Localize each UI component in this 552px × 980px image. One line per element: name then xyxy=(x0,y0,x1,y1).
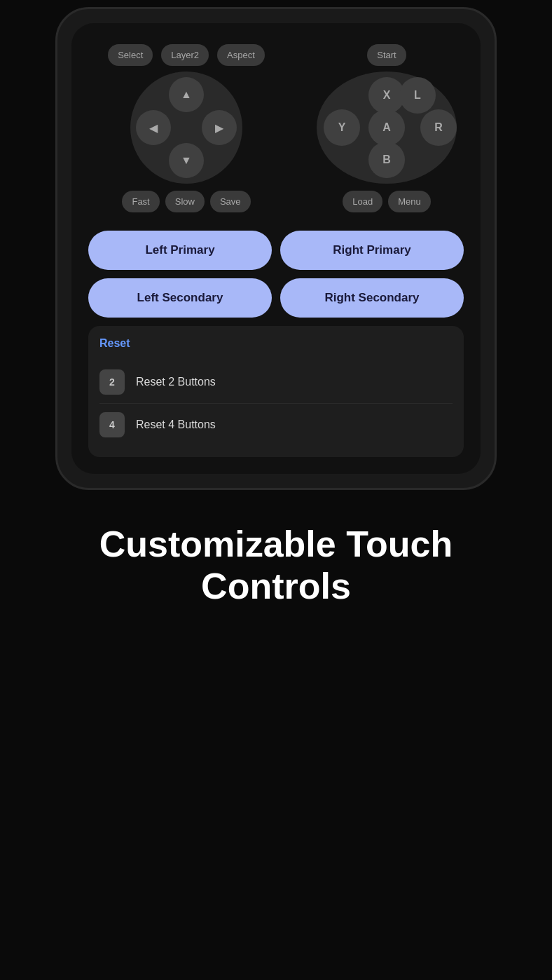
reset-4-item[interactable]: 4 Reset 4 Buttons xyxy=(99,404,453,446)
phone-inner: Select Layer2 Aspect ▲ ▼ ◀ ▶ Fast Slow xyxy=(71,23,481,474)
reset-panel: Reset 2 Reset 2 Buttons 4 Reset 4 Button… xyxy=(88,326,464,457)
reset-title: Reset xyxy=(99,337,453,350)
dpad-container: ▲ ▼ ◀ ▶ xyxy=(130,72,242,184)
reset-2-item[interactable]: 2 Reset 2 Buttons xyxy=(99,361,453,404)
right-secondary-button[interactable]: Right Secondary xyxy=(280,278,464,318)
bottom-buttons-right: Load Menu xyxy=(343,191,430,212)
assignment-buttons: Left Primary Right Primary Left Secondar… xyxy=(83,219,469,326)
b-button[interactable]: B xyxy=(368,142,405,178)
dpad-up-button[interactable]: ▲ xyxy=(169,77,204,112)
fast-button[interactable]: Fast xyxy=(122,191,159,212)
top-buttons-left: Select Layer2 Aspect xyxy=(108,44,265,66)
left-secondary-button[interactable]: Left Secondary xyxy=(88,278,272,318)
reset-4-icon: 4 xyxy=(99,412,125,437)
select-button[interactable]: Select xyxy=(108,44,153,66)
reset-2-label: Reset 2 Buttons xyxy=(136,376,216,388)
a-button[interactable]: A xyxy=(368,109,405,146)
phone-frame: Select Layer2 Aspect ▲ ▼ ◀ ▶ Fast Slow xyxy=(55,7,497,490)
top-buttons-right: Start xyxy=(367,44,406,66)
reset-4-label: Reset 4 Buttons xyxy=(136,418,216,431)
left-primary-button[interactable]: Left Primary xyxy=(88,231,272,270)
controller-area: Select Layer2 Aspect ▲ ▼ ◀ ▶ Fast Slow xyxy=(83,37,469,219)
right-primary-button[interactable]: Right Primary xyxy=(280,231,464,270)
load-button[interactable]: Load xyxy=(343,191,382,212)
slow-button[interactable]: Slow xyxy=(165,191,205,212)
heading-section: Customizable Touch Controls xyxy=(0,490,552,636)
layer2-button[interactable]: Layer2 xyxy=(161,44,209,66)
left-side: Select Layer2 Aspect ▲ ▼ ◀ ▶ Fast Slow xyxy=(88,44,284,212)
l-button[interactable]: L xyxy=(399,77,436,114)
y-button[interactable]: Y xyxy=(324,109,360,146)
aspect-button[interactable]: Aspect xyxy=(217,44,265,66)
dpad-center: ▲ ▼ ◀ ▶ xyxy=(130,72,242,184)
r-button[interactable]: R xyxy=(420,109,457,146)
dpad-down-button[interactable]: ▼ xyxy=(169,143,204,178)
start-button[interactable]: Start xyxy=(367,44,406,66)
save-button[interactable]: Save xyxy=(210,191,251,212)
dpad-right-button[interactable]: ▶ xyxy=(202,110,237,145)
face-buttons-container: X L Y A R B xyxy=(317,72,457,184)
bottom-buttons-left: Fast Slow Save xyxy=(122,191,250,212)
menu-button[interactable]: Menu xyxy=(388,191,431,212)
reset-2-icon: 2 xyxy=(99,369,125,395)
right-side: Start X L Y A R B Load Menu xyxy=(310,44,464,212)
main-heading: Customizable Touch Controls xyxy=(22,524,530,608)
dpad-left-button[interactable]: ◀ xyxy=(136,110,171,145)
face-center: X L Y A R B xyxy=(317,72,457,184)
